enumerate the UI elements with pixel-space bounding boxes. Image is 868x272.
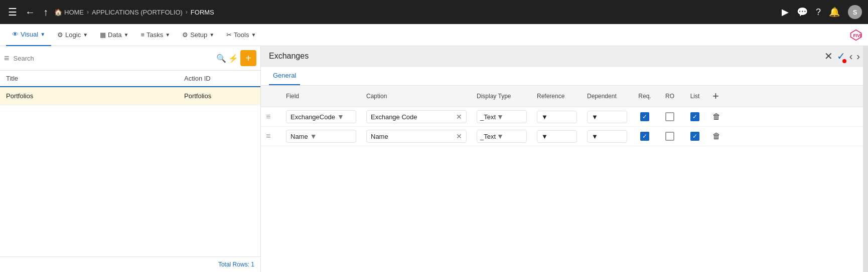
search-icon[interactable]: 🔍 <box>216 54 226 63</box>
col-drag-header <box>261 86 281 107</box>
reference-select-2[interactable]: ▼ <box>537 130 577 143</box>
up-icon[interactable]: ↑ <box>41 5 50 20</box>
drag-handle-cell: ≡ <box>261 107 281 127</box>
row-action: Portfolios <box>184 92 254 100</box>
dependent-chevron-2: ▼ <box>592 133 598 140</box>
nav-data[interactable]: ▦ Data ▼ <box>94 24 134 46</box>
play-icon[interactable]: ▶ <box>782 7 789 18</box>
five-logo: FIVE <box>850 29 862 41</box>
col-dependent-header: Dependent <box>582 86 632 107</box>
right-scrollbar[interactable] <box>863 46 868 272</box>
search-input[interactable] <box>14 55 214 62</box>
visual-label: Visual <box>21 31 38 38</box>
dependent-select-1[interactable]: ▼ <box>587 111 627 123</box>
field-select-1[interactable]: ExchangeCode ▼ <box>286 110 356 123</box>
list-checkbox-2[interactable]: ✓ <box>687 132 702 141</box>
user-avatar[interactable]: S <box>848 5 862 19</box>
setup-dropdown-icon: ▼ <box>209 32 214 38</box>
add-button[interactable]: + <box>240 50 256 66</box>
caption-clear-2[interactable]: ✕ <box>456 132 462 140</box>
comment-icon[interactable]: 💬 <box>797 7 808 18</box>
panel-prev-button[interactable]: ‹ <box>849 51 853 62</box>
field-select-2[interactable]: Name ▼ <box>286 130 356 143</box>
breadcrumb-applications[interactable]: APPLICATIONS (PORTFOLIO) <box>92 9 183 16</box>
caption-input-2[interactable]: Name ✕ <box>366 130 467 143</box>
visual-dropdown-icon: ▼ <box>40 32 45 37</box>
col-add-header: + <box>707 86 868 107</box>
list-cell-1: ✓ <box>682 107 707 127</box>
menu-icon[interactable]: ☰ <box>6 4 19 20</box>
nav-tools[interactable]: ✂ Tools ▼ <box>220 24 262 46</box>
req-checkbox-1[interactable]: ✓ <box>637 112 652 121</box>
data-label: Data <box>108 31 121 39</box>
delete-cell-2: 🗑 <box>707 127 868 146</box>
req-checked-icon-2: ✓ <box>640 132 649 141</box>
nav-logic[interactable]: ⚙ Logic ▼ <box>51 24 94 46</box>
col-ro-header: RO <box>657 86 682 107</box>
req-checkbox-2[interactable]: ✓ <box>637 132 652 141</box>
ro-cell-2 <box>657 127 682 146</box>
drag-handle-cell-2: ≡ <box>261 127 281 146</box>
home-link[interactable]: 🏠 HOME <box>54 9 84 16</box>
drag-handle-icon[interactable]: ≡ <box>266 112 270 121</box>
table-row: ≡ ExchangeCode ▼ Exchange Code ✕ <box>261 107 868 127</box>
caption-clear-1[interactable]: ✕ <box>456 113 462 121</box>
flash-icon[interactable]: ⚡ <box>228 54 238 63</box>
nav-tasks[interactable]: ≡ Tasks ▼ <box>134 24 176 46</box>
list-checkbox-1[interactable]: ✓ <box>687 112 702 121</box>
main-area: ≡ 🔍 ⚡ + Title Action ID Portfolios Portf… <box>0 46 868 272</box>
second-navigation: 👁 Visual ▼ ⚙ Logic ▼ ▦ Data ▼ ≡ Tasks ▼ … <box>0 24 868 46</box>
field-value-1: ExchangeCode <box>291 113 335 121</box>
panel-actions: ✕ ✓ ‹ › <box>824 50 860 62</box>
breadcrumb-arrow-1: › <box>87 9 89 16</box>
right-panel: Exchanges ✕ ✓ ‹ › General Field Caption … <box>261 46 868 272</box>
req-cell-1: ✓ <box>632 107 657 127</box>
table-footer: Total Rows: 1 <box>0 256 260 272</box>
add-row-button[interactable]: + <box>712 90 719 103</box>
dependent-chevron-1: ▼ <box>592 113 598 121</box>
reference-cell-2: ▼ <box>532 127 582 146</box>
row-title: Portfolios <box>6 92 184 100</box>
ro-checkbox-1[interactable] <box>662 112 677 121</box>
tab-general[interactable]: General <box>269 67 300 85</box>
reference-select-1[interactable]: ▼ <box>537 111 577 123</box>
visual-icon: 👁 <box>12 31 19 38</box>
displaytype-select-2[interactable]: _Text ▼ <box>477 130 527 143</box>
total-rows-count: 1 <box>251 261 254 268</box>
field-cell-2: Name ▼ <box>281 127 361 146</box>
search-bar: ≡ 🔍 ⚡ + <box>0 46 260 71</box>
panel-close-button[interactable]: ✕ <box>824 50 833 62</box>
displaytype-chevron-1: ▼ <box>497 113 504 121</box>
caption-input-1[interactable]: Exchange Code ✕ <box>366 110 467 123</box>
nav-right-actions: ▶ 💬 ? 🔔 S <box>782 5 862 19</box>
ro-unchecked-icon-1 <box>665 112 674 121</box>
nav-setup[interactable]: ⚙ Setup ▼ <box>176 24 220 46</box>
caption-value-2: Name <box>371 133 388 140</box>
nav-visual[interactable]: 👁 Visual ▼ <box>6 24 51 46</box>
panel-header: Exchanges ✕ ✓ ‹ › <box>261 46 868 67</box>
ro-checkbox-2[interactable] <box>662 132 677 141</box>
displaytype-select-1[interactable]: _Text ▼ <box>477 110 527 123</box>
delete-row-1-button[interactable]: 🗑 <box>712 112 720 121</box>
ro-unchecked-icon-2 <box>665 132 674 141</box>
bell-icon[interactable]: 🔔 <box>829 7 840 18</box>
dependent-select-2[interactable]: ▼ <box>587 130 627 143</box>
displaytype-cell-2: _Text ▼ <box>472 127 532 146</box>
drag-handle-icon-2[interactable]: ≡ <box>266 132 270 140</box>
logic-dropdown-icon: ▼ <box>83 32 88 38</box>
data-icon: ▦ <box>100 31 106 39</box>
col-title: Title <box>6 75 184 82</box>
help-icon[interactable]: ? <box>816 7 821 18</box>
back-icon[interactable]: ← <box>23 5 37 20</box>
logic-label: Logic <box>65 31 81 39</box>
panel-next-button[interactable]: › <box>856 51 860 62</box>
panel-confirm-button[interactable]: ✓ <box>837 50 845 62</box>
delete-row-2-button[interactable]: 🗑 <box>712 132 720 141</box>
table-row[interactable]: Portfolios Portfolios <box>0 87 260 105</box>
tools-icon: ✂ <box>226 31 232 39</box>
data-grid: Field Caption Display Type Reference Dep… <box>261 86 868 146</box>
filter-icon[interactable]: ≡ <box>4 53 10 64</box>
breadcrumb: 🏠 HOME › APPLICATIONS (PORTFOLIO) › FORM… <box>54 9 778 16</box>
field-cell-1: ExchangeCode ▼ <box>281 107 361 127</box>
breadcrumb-arrow-2: › <box>186 9 188 16</box>
